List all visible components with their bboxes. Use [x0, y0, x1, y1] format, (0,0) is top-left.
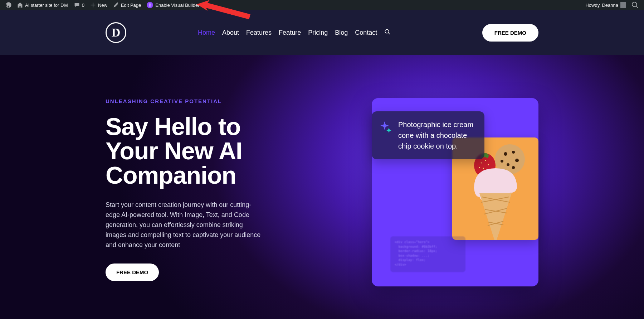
svg-point-14	[483, 168, 484, 169]
divi-icon: D	[147, 2, 153, 8]
howdy-text: Howdy, Deanna	[585, 3, 618, 8]
code-preview-card: <div class="hero"> background: #6b3bff; …	[390, 236, 465, 272]
svg-point-6	[515, 159, 519, 162]
comments-link[interactable]: 0	[71, 0, 87, 10]
comments-count: 0	[82, 3, 84, 8]
adminbar-search[interactable]	[629, 0, 641, 10]
edit-page-label: Edit Page	[121, 3, 141, 8]
site-header: D Home About Features Feature Pricing Bl…	[0, 10, 644, 55]
search-icon	[384, 29, 391, 35]
primary-nav: Home About Features Feature Pricing Blog…	[198, 29, 391, 37]
home-icon	[17, 2, 23, 8]
hero-section: UNLEASHING CREATIVE POTENTIAL Say Hello …	[0, 55, 644, 319]
svg-point-8	[501, 160, 503, 163]
sparkle-icon	[380, 121, 392, 133]
nav-pricing[interactable]: Pricing	[308, 29, 328, 37]
svg-point-13	[488, 164, 489, 165]
new-label: New	[98, 3, 107, 8]
svg-line-2	[389, 33, 390, 34]
nav-features[interactable]: Features	[246, 29, 272, 37]
site-logo[interactable]: D	[106, 22, 126, 43]
user-avatar	[620, 2, 626, 8]
enable-vb-label: Enable Visual Builder	[155, 3, 199, 8]
svg-point-7	[507, 163, 509, 166]
prompt-text: Photographic ice cream cone with a choco…	[398, 119, 475, 151]
svg-point-1	[385, 29, 389, 33]
svg-point-4	[504, 152, 507, 156]
search-icon	[632, 2, 638, 8]
hero-copy: UNLEASHING CREATIVE POTENTIAL Say Hello …	[106, 98, 292, 319]
nav-feature[interactable]: Feature	[279, 29, 301, 37]
wp-admin-bar: AI starter site for Divi 0 New Edit Page…	[0, 0, 644, 10]
site-name-link[interactable]: AI starter site for Divi	[14, 0, 71, 10]
wordpress-icon	[6, 2, 11, 8]
nav-home[interactable]: Home	[198, 29, 215, 37]
howdy-user-link[interactable]: Howdy, Deanna	[582, 0, 629, 10]
hero-cta-button[interactable]: FREE DEMO	[106, 264, 159, 281]
nav-search-button[interactable]	[384, 29, 391, 37]
logo-letter: D	[112, 26, 121, 39]
nav-contact[interactable]: Contact	[355, 29, 377, 37]
wp-logo-menu[interactable]	[3, 0, 14, 10]
svg-point-9	[512, 166, 515, 169]
svg-point-5	[512, 151, 515, 154]
pencil-icon	[113, 2, 119, 8]
nav-about[interactable]: About	[222, 29, 239, 37]
prompt-card: Photographic ice cream cone with a choco…	[372, 111, 484, 159]
new-content-link[interactable]: New	[87, 0, 110, 10]
enable-visual-builder-link[interactable]: D Enable Visual Builder	[144, 0, 202, 10]
hero-body: Start your content creation journey with…	[106, 200, 263, 250]
nav-blog[interactable]: Blog	[335, 29, 348, 37]
comment-icon	[74, 2, 80, 8]
hero-visual-card: Photographic ice cream cone with a choco…	[372, 98, 538, 286]
edit-page-link[interactable]: Edit Page	[110, 0, 144, 10]
hero-title: Say Hello to Your New AI Companion	[106, 114, 292, 187]
plus-icon	[90, 2, 96, 8]
hero-eyebrow: UNLEASHING CREATIVE POTENTIAL	[106, 98, 292, 104]
svg-point-12	[485, 160, 486, 161]
header-cta-button[interactable]: FREE DEMO	[482, 24, 538, 42]
site-name-text: AI starter site for Divi	[25, 3, 68, 8]
svg-point-11	[480, 163, 482, 164]
svg-point-16	[479, 167, 480, 168]
